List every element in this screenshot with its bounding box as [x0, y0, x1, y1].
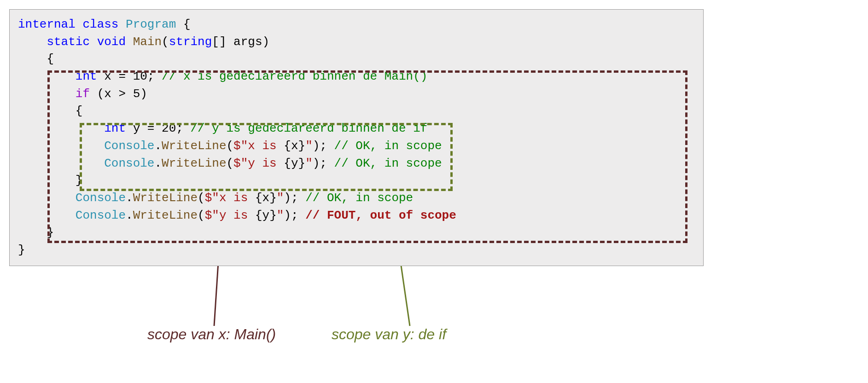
annotations: scope van x: Main() scope van y: de if	[9, 266, 705, 349]
code-line: int x = 10; // x is gedeclareerd binnen …	[18, 68, 695, 86]
scope-if-label: scope van y: de if	[332, 326, 446, 343]
code-line: }	[18, 224, 695, 242]
code-line: internal class Program {	[18, 16, 695, 34]
code-line: Console.WriteLine($"y is {y}"); // FOUT,…	[18, 207, 695, 225]
scope-main-label: scope van x: Main()	[147, 326, 276, 343]
svg-line-1	[387, 266, 410, 326]
code-block: internal class Program { static void Mai…	[9, 9, 704, 266]
code-line: }	[18, 242, 695, 259]
svg-line-0	[214, 266, 221, 326]
code-line: Console.WriteLine($"x is {x}"); // OK, i…	[18, 190, 695, 207]
code-line: }	[18, 172, 695, 190]
code-line: {	[18, 51, 695, 68]
code-line: int y = 20; // y is gedeclareerd binnen …	[18, 120, 695, 138]
code-line: Console.WriteLine($"x is {x}"); // OK, i…	[18, 138, 695, 155]
code-line: if (x > 5)	[18, 86, 695, 103]
code-line: static void Main(string[] args)	[18, 34, 695, 51]
code-line: {	[18, 103, 695, 120]
code-line: Console.WriteLine($"y is {y}"); // OK, i…	[18, 155, 695, 173]
